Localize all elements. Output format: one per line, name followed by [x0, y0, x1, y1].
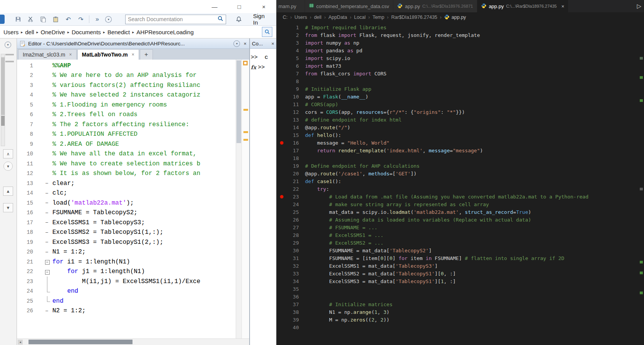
- breakpoint-dash[interactable]: –: [34, 218, 52, 228]
- breakpoint-dash[interactable]: –: [34, 198, 52, 208]
- breadcrumb-item[interactable]: Users: [2, 28, 20, 36]
- scrollbar-thumb-segment[interactable]: [1, 116, 5, 126]
- panel-collapse-icon[interactable]: ▾: [5, 42, 11, 48]
- code-text: # FSUMNAME = ...: [299, 225, 377, 230]
- bell-icon[interactable]: [234, 15, 243, 24]
- breakpoint-dash[interactable]: –: [34, 247, 52, 257]
- breakpoint-icon[interactable]: [280, 195, 283, 198]
- breadcrumb-item[interactable]: AHPResourceLoading: [134, 28, 195, 36]
- sign-in-link[interactable]: Sign In: [253, 13, 271, 26]
- search-input[interactable]: [128, 16, 215, 22]
- vscode-tab[interactable]: mam.py: [277, 0, 305, 12]
- cut-icon[interactable]: [26, 15, 35, 24]
- breakpoint-dash[interactable]: –: [34, 208, 52, 218]
- breadcrumb-item[interactable]: C:: [283, 15, 288, 20]
- breadcrumb-item[interactable]: OneDrive: [39, 28, 67, 36]
- save-icon[interactable]: [13, 15, 23, 24]
- vscode-tab[interactable]: app.pyC:\...\Rar$DIa18976.27435×: [477, 0, 569, 12]
- editor-tab[interactable]: MatLabTwoTwo.m×: [77, 49, 139, 60]
- run-button[interactable]: ▷: [637, 3, 641, 10]
- breakpoint-gutter[interactable]: [277, 195, 287, 198]
- editor-horizontal-scrollbar[interactable]: ◂: [17, 338, 249, 345]
- line-number: 30: [287, 248, 299, 253]
- matlab-quick-access-toolbar: ↶ ↷ » ▾ Sign In: [0, 13, 276, 26]
- panel-scrollbar[interactable]: [1, 54, 5, 146]
- line-number: 35: [287, 286, 299, 292]
- code-text: ExcelSSMS3 = mat_data['TablecopyS1'][1, …: [299, 278, 456, 284]
- search-icon[interactable]: [218, 16, 223, 23]
- code-line: 15def hello():: [277, 131, 644, 139]
- breakpoint-dash[interactable]: –: [34, 306, 52, 316]
- editor-vertical-scrollbar[interactable]: [236, 60, 242, 338]
- fx-function-hint-icon[interactable]: fx: [251, 64, 256, 70]
- tab-description: C:\...\Rar$DIa18976.27435: [506, 4, 557, 8]
- maximize-button[interactable]: □: [227, 0, 252, 13]
- vscode-tab[interactable]: app.pyC:\...\Rar$DIa18976.26871: [393, 0, 477, 12]
- tab-close-icon[interactable]: ×: [561, 3, 564, 9]
- close-button[interactable]: ×: [252, 0, 276, 13]
- code-fold-icon[interactable]: [34, 267, 52, 277]
- breadcrumb-item[interactable]: AppData: [329, 15, 347, 20]
- matlab-code[interactable]: 1%%AHP2% We are here to do an AHP analys…: [17, 60, 236, 338]
- line-number: 40: [287, 325, 299, 330]
- breadcrumb-item[interactable]: dell: [23, 28, 36, 36]
- hscroll-left-button[interactable]: ◂: [18, 340, 23, 345]
- editor-panel: Editor - C:\Users\dell\OneDrive\Document…: [17, 38, 250, 345]
- code-fold-icon[interactable]: [34, 257, 52, 267]
- breakpoint-dash[interactable]: –: [34, 188, 52, 198]
- breakpoint-dash[interactable]: –: [34, 237, 52, 247]
- code-line: 22 for j1 = 1:length(N1): [17, 267, 236, 277]
- redo-icon[interactable]: ↷: [76, 15, 86, 24]
- paste-icon[interactable]: [51, 15, 60, 24]
- code-text: cors = CORS(app, resources={r"/*": {"ori…: [299, 109, 465, 115]
- editor-panel-header[interactable]: Editor - C:\Users\dell\OneDrive\Document…: [17, 38, 249, 49]
- scroll-next-button[interactable]: ▼: [3, 203, 13, 212]
- panel-menu-icon[interactable]: ▾: [233, 40, 240, 47]
- breadcrumb-item[interactable]: Rar$DIa18976.27435: [391, 15, 438, 20]
- scrollbar-thumb[interactable]: [1, 57, 5, 115]
- breadcrumb-separator-icon: ›: [350, 15, 351, 20]
- code-line: 24 # make sure string array is represent…: [277, 200, 644, 208]
- warning-mark[interactable]: [243, 139, 248, 141]
- folder-search-button[interactable]: [262, 27, 272, 37]
- documentation-search[interactable]: [125, 15, 226, 24]
- collapse-up-button[interactable]: ∧: [3, 149, 13, 158]
- undo-icon[interactable]: ↶: [64, 15, 73, 24]
- command-window-body[interactable]: >> c fx >>: [250, 49, 276, 76]
- message-indicator-bar[interactable]: [242, 60, 249, 338]
- scroll-prev-button[interactable]: ▲: [3, 187, 13, 196]
- warning-mark[interactable]: [243, 109, 248, 111]
- command-window-header[interactable]: Co... ×: [250, 38, 276, 49]
- warning-summary-icon[interactable]: [243, 61, 248, 65]
- breadcrumb-item[interactable]: dell: [314, 15, 321, 20]
- code-line: 1%%AHP: [17, 61, 236, 71]
- breakpoint-gutter[interactable]: [277, 141, 287, 145]
- breakpoint-dash[interactable]: –: [34, 178, 52, 188]
- toolbar-dropdown-icon[interactable]: ▾: [105, 16, 112, 23]
- breadcrumb-item[interactable]: Documents: [70, 28, 103, 36]
- new-tab-button[interactable]: +: [140, 49, 153, 60]
- panel-close-icon[interactable]: ×: [243, 41, 247, 47]
- copy-icon[interactable]: [39, 15, 48, 24]
- python-code[interactable]: 1# Import required libraries2from flask …: [277, 23, 644, 331]
- overview-ruler[interactable]: [639, 22, 644, 345]
- scrollbar-thumb[interactable]: [236, 60, 241, 143]
- tab-close-icon[interactable]: ×: [69, 52, 72, 57]
- breadcrumb-item[interactable]: Temp: [372, 15, 384, 20]
- overflow-icon[interactable]: »: [93, 15, 102, 24]
- scrollbar-thumb[interactable]: [29, 340, 132, 344]
- panel-close-icon[interactable]: ×: [271, 41, 274, 47]
- breakpoint-icon[interactable]: [280, 141, 283, 145]
- panel-actions-icon[interactable]: ▾: [3, 162, 13, 171]
- editor-tab[interactable]: Ima2mat_slc03.m×: [18, 49, 77, 60]
- minimize-button[interactable]: —: [202, 0, 227, 13]
- tab-close-icon[interactable]: ×: [132, 52, 134, 57]
- vscode-tab[interactable]: combined_temperature_data.csv: [305, 0, 393, 12]
- breadcrumb-item[interactable]: Local: [354, 15, 366, 20]
- breakpoint-dash[interactable]: –: [34, 228, 52, 238]
- warning-mark[interactable]: [243, 131, 248, 133]
- breadcrumb-item[interactable]: Benedict: [106, 28, 132, 36]
- breadcrumb-item[interactable]: app.py: [444, 14, 466, 21]
- code-text: N1 = np.arange(1, 3): [299, 309, 389, 315]
- breadcrumb-item[interactable]: Users: [295, 15, 307, 20]
